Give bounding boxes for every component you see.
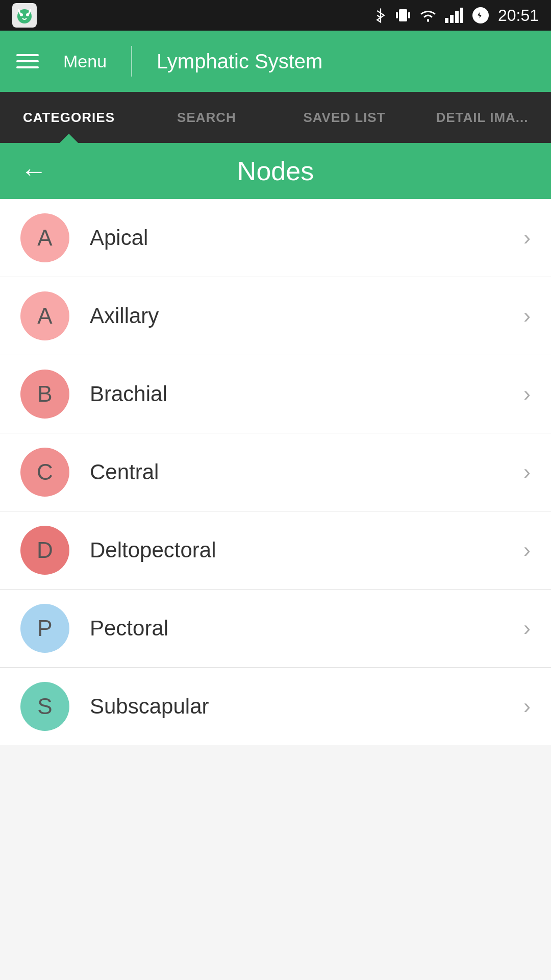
item-label-deltopectoral: Deltopectoral bbox=[90, 538, 523, 562]
bluetooth-icon bbox=[373, 6, 388, 24]
tab-detail-image-label: DETAIL IMA... bbox=[436, 110, 528, 126]
avatar-axillary: A bbox=[20, 291, 69, 340]
tab-saved-list[interactable]: SAVED LIST bbox=[276, 92, 413, 143]
chevron-right-icon: › bbox=[523, 616, 531, 641]
list-item[interactable]: C Central › bbox=[0, 433, 551, 511]
avatar-letter: P bbox=[37, 616, 52, 641]
list-item[interactable]: P Pectoral › bbox=[0, 590, 551, 668]
avatar-subscapular: S bbox=[20, 682, 69, 731]
svg-rect-6 bbox=[408, 12, 410, 18]
tab-detail-image[interactable]: DETAIL IMA... bbox=[413, 92, 551, 143]
chevron-right-icon: › bbox=[523, 382, 531, 406]
back-button[interactable]: ← bbox=[20, 158, 47, 184]
avatar-letter: A bbox=[37, 225, 52, 251]
chevron-right-icon: › bbox=[523, 460, 531, 484]
app-icon bbox=[12, 3, 37, 28]
svg-rect-5 bbox=[396, 12, 398, 18]
tab-categories[interactable]: CATEGORIES bbox=[0, 92, 138, 143]
item-label-axillary: Axillary bbox=[90, 304, 523, 328]
status-time: 20:51 bbox=[498, 6, 539, 25]
toolbar-title: Lymphatic System bbox=[157, 50, 322, 73]
svg-rect-8 bbox=[450, 15, 454, 23]
svg-rect-7 bbox=[445, 18, 448, 23]
chevron-right-icon: › bbox=[523, 226, 531, 250]
item-label-pectoral: Pectoral bbox=[90, 616, 523, 641]
avatar-central: C bbox=[20, 448, 69, 497]
sub-header-title: Nodes bbox=[237, 156, 314, 186]
list-container: A Apical › A Axillary › B Brachial › C C… bbox=[0, 199, 551, 745]
menu-label[interactable]: Menu bbox=[63, 52, 107, 71]
status-bar-right: 20:51 bbox=[373, 6, 539, 25]
toolbar-divider bbox=[131, 46, 132, 77]
signal-icon bbox=[445, 8, 463, 23]
svg-rect-4 bbox=[399, 9, 407, 21]
tab-search[interactable]: SEARCH bbox=[138, 92, 276, 143]
avatar-pectoral: P bbox=[20, 604, 69, 653]
avatar-letter: A bbox=[37, 303, 52, 329]
status-bar: 20:51 bbox=[0, 0, 551, 31]
chevron-right-icon: › bbox=[523, 694, 531, 719]
avatar-deltopectoral: D bbox=[20, 526, 69, 575]
item-label-subscapular: Subscapular bbox=[90, 694, 523, 719]
list-item[interactable]: A Axillary › bbox=[0, 277, 551, 355]
wifi-icon bbox=[418, 8, 438, 23]
list-item[interactable]: B Brachial › bbox=[0, 355, 551, 433]
avatar-letter: D bbox=[37, 537, 53, 563]
toolbar: Menu Lymphatic System bbox=[0, 31, 551, 92]
tab-search-label: SEARCH bbox=[177, 110, 236, 126]
list-item[interactable]: A Apical › bbox=[0, 199, 551, 277]
sub-header: ← Nodes bbox=[0, 143, 551, 199]
avatar-brachial: B bbox=[20, 370, 69, 419]
tab-categories-label: CATEGORIES bbox=[23, 110, 115, 126]
status-bar-left bbox=[12, 3, 37, 28]
svg-rect-9 bbox=[455, 11, 459, 23]
menu-button[interactable] bbox=[16, 54, 39, 68]
avatar-letter: B bbox=[37, 381, 52, 407]
battery-icon bbox=[470, 6, 491, 24]
avatar-letter: C bbox=[37, 459, 53, 485]
back-arrow-icon: ← bbox=[20, 158, 47, 184]
avatar-letter: S bbox=[37, 694, 52, 719]
item-label-central: Central bbox=[90, 460, 523, 484]
chevron-right-icon: › bbox=[523, 538, 531, 562]
svg-rect-10 bbox=[460, 8, 463, 23]
item-label-apical: Apical bbox=[90, 226, 523, 250]
tab-bar: CATEGORIES SEARCH SAVED LIST DETAIL IMA.… bbox=[0, 92, 551, 143]
vibrate-icon bbox=[395, 6, 411, 24]
tab-saved-list-label: SAVED LIST bbox=[303, 110, 385, 126]
item-label-brachial: Brachial bbox=[90, 382, 523, 406]
avatar-apical: A bbox=[20, 213, 69, 262]
chevron-right-icon: › bbox=[523, 304, 531, 328]
list-item[interactable]: D Deltopectoral › bbox=[0, 511, 551, 590]
list-item[interactable]: S Subscapular › bbox=[0, 668, 551, 745]
